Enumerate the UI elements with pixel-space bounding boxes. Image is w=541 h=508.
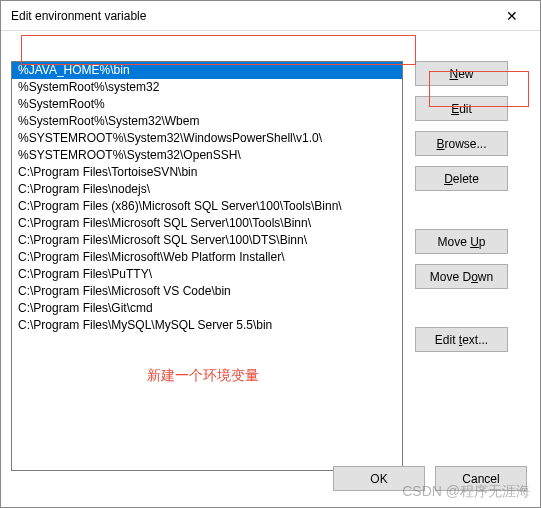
delete-mnemonic: D [444,172,453,186]
list-item[interactable]: C:\Program Files (x86)\Microsoft SQL Ser… [12,198,402,215]
delete-rest: elete [453,172,479,186]
list-item[interactable]: %SystemRoot%\system32 [12,79,402,96]
list-item[interactable]: C:\Program Files\TortoiseSVN\bin [12,164,402,181]
edit-mnemonic: E [451,102,459,116]
list-item[interactable]: %JAVA_HOME%\bin [12,62,402,79]
button-column: New Edit Browse... Delete Move Up Move D… [415,61,508,471]
movedown-pre: Move D [430,270,471,284]
list-item[interactable]: %SYSTEMROOT%\System32\OpenSSH\ [12,147,402,164]
new-rest: ew [458,67,473,81]
dialog-content: %JAVA_HOME%\bin%SystemRoot%\system32%Sys… [1,31,540,507]
movedown-rest: wn [478,270,493,284]
delete-button[interactable]: Delete [415,166,508,191]
new-button[interactable]: New [415,61,508,86]
list-item[interactable]: C:\Program Files\Microsoft\Web Platform … [12,249,402,266]
list-item[interactable]: C:\Program Files\Microsoft SQL Server\10… [12,215,402,232]
list-item[interactable]: C:\Program Files\nodejs\ [12,181,402,198]
moveup-mnemonic: U [470,235,479,249]
list-item[interactable]: C:\Program Files\Git\cmd [12,300,402,317]
list-item[interactable]: C:\Program Files\Microsoft SQL Server\10… [12,232,402,249]
dialog-window: Edit environment variable ✕ %JAVA_HOME%\… [0,0,541,508]
window-title: Edit environment variable [11,9,146,23]
annotation-text: 新建一个环境变量 [147,367,259,385]
browse-rest: rowse... [445,137,487,151]
movedown-mnemonic: o [471,270,478,284]
list-item[interactable]: C:\Program Files\Microsoft VS Code\bin [12,283,402,300]
path-listbox[interactable]: %JAVA_HOME%\bin%SystemRoot%\system32%Sys… [11,61,403,471]
moveup-rest: p [479,235,486,249]
titlebar: Edit environment variable ✕ [1,1,540,31]
cancel-button[interactable]: Cancel [435,466,527,491]
move-up-button[interactable]: Move Up [415,229,508,254]
list-item[interactable]: C:\Program Files\PuTTY\ [12,266,402,283]
browse-mnemonic: B [436,137,444,151]
new-mnemonic: N [449,67,458,81]
list-item[interactable]: C:\Program Files\MySQL\MySQL Server 5.5\… [12,317,402,334]
move-down-button[interactable]: Move Down [415,264,508,289]
bottom-buttons: OK Cancel [333,466,527,491]
list-item[interactable]: %SystemRoot% [12,96,402,113]
ok-button[interactable]: OK [333,466,425,491]
edit-rest: dit [459,102,472,116]
edit-button[interactable]: Edit [415,96,508,121]
moveup-pre: Move [437,235,470,249]
list-item[interactable]: %SystemRoot%\System32\Wbem [12,113,402,130]
close-button[interactable]: ✕ [492,2,532,30]
edit-text-button[interactable]: Edit text... [415,327,508,352]
browse-button[interactable]: Browse... [415,131,508,156]
edittext-rest: ext... [462,333,488,347]
list-item[interactable]: %SYSTEMROOT%\System32\WindowsPowerShell\… [12,130,402,147]
edittext-pre: Edit [435,333,459,347]
main-area: %JAVA_HOME%\bin%SystemRoot%\system32%Sys… [11,61,530,471]
